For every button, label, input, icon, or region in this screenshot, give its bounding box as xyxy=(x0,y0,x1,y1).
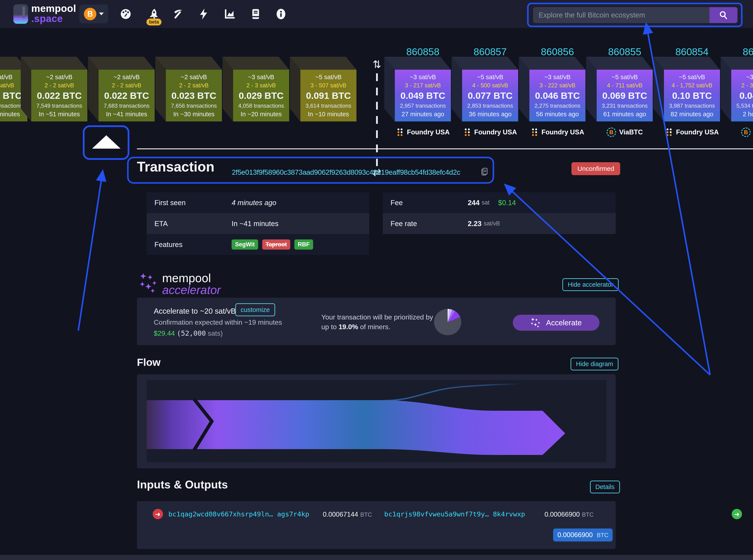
block-total-fees: 0.023 BTC xyxy=(171,91,216,101)
mempool-block[interactable]: ~2 sat/vB2 - 2 sat/vB0.022 BTC7,683 tran… xyxy=(99,70,155,121)
first-seen-label: First seen xyxy=(155,199,231,207)
fee-details-table: Fee 244 sat $0.14 Fee rate 2.23 sat/vB xyxy=(383,192,616,234)
customize-button[interactable]: customize xyxy=(235,303,275,316)
mining-pool-link[interactable]: BViaBTC xyxy=(718,127,753,137)
mempool-block[interactable]: ~5 sat/vB3 - 507 sat/vB0.091 BTC3,614 tr… xyxy=(300,70,357,121)
mined-block[interactable]: 860858~3 sat/vB3 - 217 sat/vB0.049 BTC2,… xyxy=(395,70,451,121)
block-total-fees: 0.022 BTC xyxy=(104,91,149,101)
beta-badge: beta xyxy=(146,19,162,25)
eta-label: ETA xyxy=(155,220,231,228)
block-total-fees: 0.049 BTC xyxy=(401,91,445,101)
block-top-face xyxy=(384,57,451,70)
block-top-face xyxy=(21,57,87,70)
sparkles-icon xyxy=(140,272,158,293)
fee-unit: sat xyxy=(482,199,489,206)
flow-diagram[interactable] xyxy=(147,380,606,462)
block-height-link[interactable]: 860853 xyxy=(731,46,753,58)
graphs-chart-icon[interactable] xyxy=(223,8,236,20)
fee-usd: $0.14 xyxy=(498,199,516,207)
foundry-pool-icon xyxy=(396,127,404,137)
block-top-face xyxy=(88,57,155,70)
block-total-fees: 0.022 BTC xyxy=(0,91,22,101)
mined-block[interactable]: 860853~3 sat/vB2 - 300 sat/vB0.04 BTC5,5… xyxy=(731,70,753,121)
block-height-link[interactable]: 860856 xyxy=(529,46,586,58)
block-height-link[interactable]: 860854 xyxy=(664,46,720,58)
block-tx-count: 3,231 transactions xyxy=(602,102,648,109)
mining-pickaxe-icon[interactable] xyxy=(171,8,184,20)
mempool-block[interactable]: ~3 sat/vB2 - 3 sat/vB0.029 BTC4,058 tran… xyxy=(233,70,289,121)
mined-block[interactable]: 860857~5 sat/vB4 - 500 sat/vB0.077 BTC2,… xyxy=(462,70,518,121)
block-median-fee: ~2 sat/vB xyxy=(181,74,207,81)
collapse-blocks-button[interactable] xyxy=(88,129,125,154)
viabtc-pool-icon: B xyxy=(607,127,616,137)
input-address[interactable]: bc1qag2wcd08v667xhsrp49ln… ags7r4kp xyxy=(168,510,309,518)
accelerator-logo[interactable]: mempool accelerator xyxy=(140,272,221,296)
blockchain-strip: ~2 sat/vB2 - 2 sat/vB0.022 BTC7,549 tran… xyxy=(0,28,753,166)
copy-icon[interactable] xyxy=(481,168,488,177)
brand-top: mempool xyxy=(31,3,76,14)
mined-block[interactable]: 860855~5 sat/vB4 - 711 sat/vB0.069 BTC3,… xyxy=(597,70,653,121)
block-time: 82 minutes ago xyxy=(671,111,713,118)
block-total-fees: 0.077 BTC xyxy=(468,91,513,101)
block-fee-range: 2 - 2 sat/vB xyxy=(112,82,141,89)
output-total-badge[interactable]: 0.00066900 BTC xyxy=(553,528,613,541)
block-time: 27 minutes ago xyxy=(402,111,444,118)
network-dropdown[interactable]: B xyxy=(79,4,108,23)
page-title: Transaction xyxy=(137,159,214,175)
mined-block[interactable]: 860856~3 sat/vB3 - 222 sat/vB0.046 BTC2,… xyxy=(529,70,586,121)
block-top-face xyxy=(653,57,720,70)
block-time: In ~61 minutes xyxy=(0,111,20,118)
block-time: 36 minutes ago xyxy=(469,111,511,118)
block-tx-count: 3,614 transactions xyxy=(306,102,351,109)
input-value: 0.00067144BTC xyxy=(323,511,372,518)
output-arrow-icon[interactable]: ➜ xyxy=(732,509,742,519)
block-top-face xyxy=(586,57,653,70)
details-button[interactable]: Details xyxy=(590,481,620,493)
brand[interactable]: mempool .space xyxy=(31,3,76,24)
block-fee-range: 2 - 3 sat/vB xyxy=(246,82,276,89)
block-height-link[interactable]: 860858 xyxy=(395,46,451,58)
price-usd: $29.44 xyxy=(154,329,175,337)
hide-accelerator-button[interactable]: Hide accelerator xyxy=(563,278,619,291)
annotation-arrow-collapse xyxy=(78,172,103,331)
info-icon[interactable] xyxy=(275,8,287,20)
block-fee-range: 4 - 500 sat/vB xyxy=(472,82,508,89)
confirmation-estimate: Confirmation expected within ~19 minutes xyxy=(154,318,282,326)
prioritized-percent: 19.0% xyxy=(339,323,358,331)
accelerate-button[interactable]: Accelerate xyxy=(513,315,599,331)
lightning-icon[interactable] xyxy=(197,8,210,20)
dashboard-gauge-icon[interactable] xyxy=(120,8,132,20)
block-tx-count: 7,549 transactions xyxy=(37,102,82,109)
fee-rate-label: Fee rate xyxy=(390,220,468,228)
block-time: 2 hours ago xyxy=(742,111,753,118)
sort-vertical-icon: ⇅ xyxy=(368,58,386,70)
io-panel: ➜ bc1qag2wcd08v667xhsrp49ln… ags7r4kp 0.… xyxy=(137,501,616,549)
mempool-logo-icon[interactable] xyxy=(13,4,28,24)
mined-block[interactable]: 860854~5 sat/vB4 - 1,752 sat/vB0.10 BTC3… xyxy=(664,70,720,121)
block-total-fees: 0.069 BTC xyxy=(602,91,647,101)
acceleration-price: $29.44 (52,000 sats) xyxy=(154,329,223,337)
block-time: In ~51 minutes xyxy=(39,111,80,118)
accel-brand-bottom: accelerator xyxy=(162,284,221,296)
input-arrow-icon[interactable]: ➜ xyxy=(153,509,163,519)
search-icon xyxy=(719,11,728,20)
mempool-block[interactable]: ~2 sat/vB2 - 2 sat/vB0.022 BTC7,549 tran… xyxy=(31,70,87,121)
output-address[interactable]: bc1qrjs98vfvweu5a9wnf7t9y… 8k4rvwxp xyxy=(384,510,525,518)
hide-diagram-button[interactable]: Hide diagram xyxy=(571,358,618,371)
docs-book-icon[interactable] xyxy=(249,8,262,20)
mempool-block[interactable]: ~2 sat/vB2 - 2 sat/vB0.023 BTC7,656 tran… xyxy=(166,70,222,121)
pool-name: Foundry USA xyxy=(676,128,719,136)
transaction-id-link[interactable]: 2f5e013f9f58960c3873aad9062f9263d8093c48… xyxy=(232,168,460,177)
search-input[interactable] xyxy=(533,7,709,23)
block-fee-range: 2 - 2 sat/vB xyxy=(179,82,209,89)
search-bar xyxy=(533,7,737,23)
block-tx-count: 7,683 transactions xyxy=(104,102,149,109)
mempool-transaction-page: mempool .space B beta xyxy=(0,0,753,560)
block-height-link[interactable]: 860855 xyxy=(597,46,653,58)
block-height-link[interactable]: 860857 xyxy=(462,46,518,58)
search-button[interactable] xyxy=(709,7,737,23)
block-tx-count: 2,853 transactions xyxy=(467,102,513,109)
brand-bottom: .space xyxy=(31,14,76,24)
features-row: Features SegWit Taproot RBF xyxy=(147,234,369,255)
block-tx-count: 5,534 transactions xyxy=(736,102,753,109)
